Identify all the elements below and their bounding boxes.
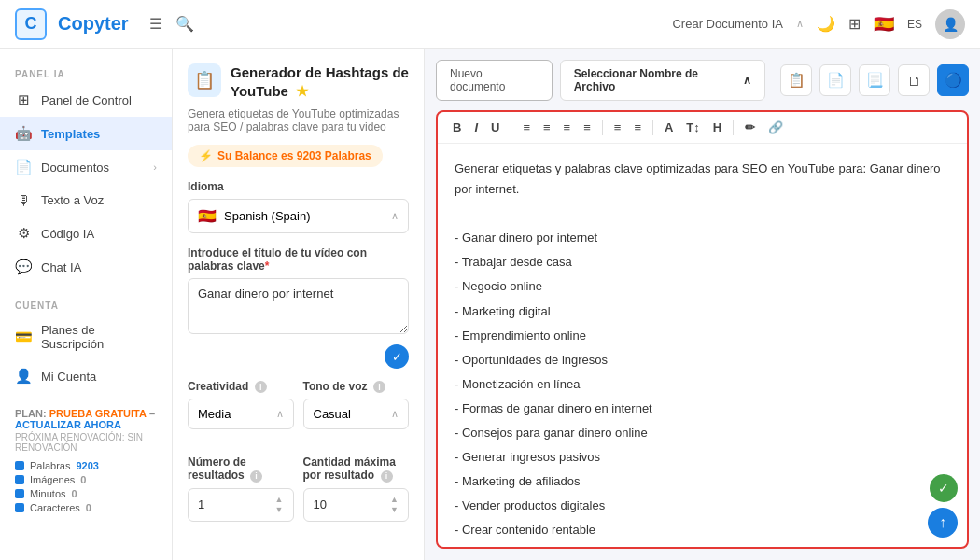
- num-resultados-stepper[interactable]: ▲ ▼: [275, 496, 284, 514]
- font-size-btn[interactable]: T↕: [682, 119, 703, 135]
- tono-group: Tono de voz i Casual ∧: [303, 380, 410, 429]
- list-item: - Marketing de afiliados: [455, 471, 950, 492]
- save-btn[interactable]: 🗋: [898, 64, 930, 96]
- tono-select[interactable]: Casual ∧: [303, 399, 410, 429]
- list-item: - Vender productos digitales: [455, 496, 950, 516]
- sidebar-item-label: Planes de Suscripción: [41, 323, 157, 351]
- align-center-btn[interactable]: ≡: [539, 119, 554, 135]
- export-pdf-btn[interactable]: 📃: [859, 64, 890, 96]
- main-layout: PANEL IA ⊞ Panel de Control 🤖 Templates …: [0, 49, 980, 560]
- sidebar-item-templates[interactable]: 🤖 Templates: [0, 117, 172, 150]
- heading-btn[interactable]: H: [709, 119, 725, 135]
- grid-icon[interactable]: ⊞: [848, 15, 861, 33]
- search-icon[interactable]: 🔍: [175, 15, 194, 33]
- imagenes-count: 0: [80, 474, 86, 485]
- star-icon: ★: [296, 83, 308, 99]
- separator: [602, 120, 603, 135]
- credit-imagenes: Imágenes 0: [15, 474, 157, 485]
- list-item: - Oportunidades de ingresos: [455, 350, 950, 371]
- sidebar-item-label: Texto a Voz: [41, 193, 104, 207]
- chevron-up-icon: ∧: [743, 74, 751, 87]
- tool-icon: 📋: [188, 63, 221, 97]
- idioma-label: Idioma: [188, 180, 409, 193]
- confirm-btn[interactable]: ✓: [385, 344, 409, 369]
- sidebar-item-chat-ia[interactable]: 💬 Chat IA: [0, 250, 172, 284]
- crear-documento-btn[interactable]: Crear Documento IA: [672, 17, 783, 31]
- stepper-up-icon[interactable]: ▲: [390, 496, 399, 504]
- sidebar-item-planes[interactable]: 💳 Planes de Suscripción: [0, 315, 172, 359]
- tono-label: Tono de voz i: [303, 380, 410, 393]
- idioma-flag: 🇪🇸: [198, 207, 217, 225]
- titulo-label: Introduce el título de tu vídeo con pala…: [188, 246, 409, 273]
- sidebar-item-label: Chat IA: [41, 260, 81, 274]
- logo-icon: C: [15, 8, 47, 40]
- sidebar-item-label: Documentos: [41, 161, 109, 175]
- sidebar-item-codigo-ia[interactable]: ⚙ Código IA: [0, 217, 172, 250]
- chevron-up-icon: ∧: [796, 18, 804, 30]
- sidebar: PANEL IA ⊞ Panel de Control 🤖 Templates …: [0, 49, 173, 560]
- update-link[interactable]: ACTUALIZAR AHORA: [15, 419, 121, 430]
- sidebar-item-texto-a-voz[interactable]: 🎙 Texto a Voz: [0, 184, 172, 217]
- menu-icon[interactable]: ☰: [149, 15, 162, 33]
- filename-btn[interactable]: Seleccionar Nombre de Archivo ∧: [560, 60, 765, 101]
- italic-btn[interactable]: I: [470, 119, 482, 135]
- idioma-select[interactable]: 🇪🇸 Spanish (Spain) ∧: [188, 199, 409, 233]
- sidebar-item-panel-control[interactable]: ⊞ Panel de Control: [0, 83, 172, 117]
- align-left-btn[interactable]: ≡: [519, 119, 534, 135]
- minutos-label: Minutos: [30, 488, 66, 499]
- credits-plan-label: PLAN: PRUEBA GRATUITA – ACTUALIZAR AHORA: [15, 408, 157, 430]
- font-color-btn[interactable]: A: [661, 119, 677, 135]
- editor-area[interactable]: B I U ≡ ≡ ≡ ≡ ≡ ≡ A T↕ H ✏ 🔗 Generar: [436, 110, 969, 549]
- list-item: - Monetización en línea: [455, 374, 950, 395]
- tool-title: Generador de Hashtags de YouTube ★: [231, 63, 409, 100]
- plan-name: PRUEBA GRATUITA: [49, 408, 147, 419]
- stepper-down-icon[interactable]: ▼: [390, 506, 399, 514]
- editor-content[interactable]: Generar etiquetas y palabras clave optim…: [438, 144, 967, 547]
- avatar[interactable]: 👤: [935, 9, 965, 39]
- creatividad-select[interactable]: Media ∧: [188, 399, 294, 429]
- copy-btn[interactable]: 📋: [780, 64, 812, 96]
- logo-name: Copyter: [58, 13, 129, 35]
- caracteres-label: Caracteres: [30, 502, 80, 513]
- align-justify-btn[interactable]: ≡: [580, 119, 595, 135]
- idioma-value: Spanish (Spain): [224, 209, 311, 223]
- lang-label: ES: [907, 18, 922, 31]
- list-item: - Crear contenido rentable: [455, 520, 950, 540]
- cantidad-stepper[interactable]: ▲ ▼: [390, 496, 399, 514]
- num-resultados-info-icon: i: [250, 470, 262, 483]
- scroll-fab[interactable]: ↑: [928, 508, 958, 538]
- stepper-up-icon[interactable]: ▲: [275, 496, 284, 504]
- header: C Copyter ☰ 🔍 Crear Documento IA ∧ 🌙 ⊞ 🇪…: [0, 0, 980, 49]
- underline-btn[interactable]: U: [487, 119, 503, 135]
- imagenes-dot: [15, 475, 24, 484]
- cantidad-input[interactable]: 10 ▲ ▼: [303, 488, 410, 522]
- sidebar-item-documentos[interactable]: 📄 Documentos ›: [0, 150, 172, 184]
- credit-palabras: Palabras 9203: [15, 460, 157, 471]
- format-bar: B I U ≡ ≡ ≡ ≡ ≡ ≡ A T↕ H ✏ 🔗: [438, 112, 967, 144]
- panel-control-icon: ⊞: [15, 91, 32, 108]
- share-btn[interactable]: 🔵: [937, 64, 969, 96]
- stepper-down-icon[interactable]: ▼: [275, 506, 284, 514]
- titulo-input[interactable]: Ganar dinero por internet: [188, 278, 409, 334]
- pen-btn[interactable]: ✏: [741, 119, 759, 135]
- editor-toolbar-row: Nuevo documento Seleccionar Nombre de Ar…: [436, 60, 969, 101]
- templates-icon: 🤖: [15, 125, 32, 142]
- export-word-btn[interactable]: 📄: [819, 64, 851, 96]
- num-resultados-input[interactable]: 1 ▲ ▼: [188, 488, 294, 522]
- codigo-ia-icon: ⚙: [15, 225, 32, 242]
- check-fab[interactable]: ✓: [930, 474, 958, 502]
- content-intro: Generar etiquetas y palabras clave optim…: [455, 159, 950, 200]
- link-btn[interactable]: 🔗: [764, 119, 787, 135]
- ordered-list-btn[interactable]: ≡: [610, 119, 625, 135]
- bolt-icon: ⚡: [199, 149, 213, 162]
- align-right-btn[interactable]: ≡: [560, 119, 575, 135]
- dark-mode-icon[interactable]: 🌙: [817, 15, 835, 33]
- filename-label: Seleccionar Nombre de Archivo: [574, 67, 737, 93]
- documentos-icon: 📄: [15, 159, 32, 175]
- sidebar-item-mi-cuenta[interactable]: 👤 Mi Cuenta: [0, 359, 172, 393]
- nuevo-documento-tab[interactable]: Nuevo documento: [436, 60, 553, 101]
- spacer: [455, 203, 950, 224]
- bold-btn[interactable]: B: [449, 119, 465, 135]
- unordered-list-btn[interactable]: ≡: [630, 119, 645, 135]
- input-actions: ✓: [188, 344, 409, 369]
